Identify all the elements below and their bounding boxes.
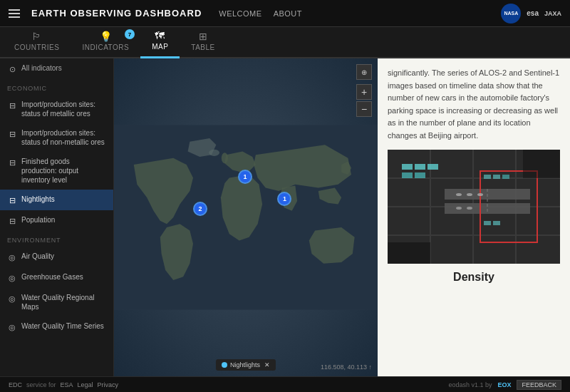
map-dot-2[interactable]: 1	[238, 170, 252, 184]
svg-rect-24	[484, 221, 491, 225]
satellite-image	[388, 150, 560, 264]
sidebar-item-import-nonmetallic[interactable]: ⊟ Import/production sites: status of non…	[0, 123, 113, 152]
map-dot-1[interactable]: 2	[193, 202, 207, 216]
hamburger-menu-icon[interactable]	[9, 9, 20, 18]
indicators-icon: 💡	[100, 31, 113, 42]
import-nonmetallic-icon: ⊟	[7, 129, 17, 139]
right-panel: significantly. The series of ALOS-2 and …	[378, 58, 570, 376]
air-quality-icon: ◎	[7, 252, 17, 262]
tag-dot	[222, 362, 227, 368]
all-indicators-item[interactable]: ⊙ All indicators	[0, 58, 113, 79]
svg-rect-26	[388, 242, 430, 264]
main-layout: ⊙ All indicators ECONOMIC ⊟ Import/produ…	[0, 58, 570, 376]
svg-point-3	[222, 153, 228, 163]
sidebar-item-import-metallic[interactable]: ⊟ Import/production sites: status of met…	[0, 95, 113, 123]
sidebar-item-population[interactable]: ⊟ Population	[0, 210, 113, 231]
svg-rect-22	[493, 175, 500, 179]
footer: EDC service for ESA Legal Privacy eodash…	[0, 376, 570, 392]
nasa-logo: NASA	[501, 4, 521, 24]
tab-indicators[interactable]: 💡 INDICATORS 7	[71, 26, 140, 57]
svg-point-30	[477, 193, 483, 196]
svg-rect-18	[402, 172, 413, 178]
esa-logo: esa	[527, 9, 539, 17]
svg-rect-23	[502, 175, 509, 179]
nav-links: WELCOME ABOUT	[219, 9, 302, 18]
svg-rect-15	[402, 164, 413, 170]
map-icon: 🗺	[155, 30, 165, 41]
sidebar-item-nightlights[interactable]: ⊟ Nightlights	[0, 190, 113, 210]
svg-rect-27	[523, 150, 560, 178]
tab-countries[interactable]: 🏳 COUNTRIES	[3, 26, 71, 57]
world-map-svg	[114, 58, 378, 376]
map-controls: ⊕ + −	[356, 64, 372, 117]
svg-rect-19	[415, 172, 425, 178]
map-background: 2 1 1	[114, 58, 378, 376]
esa-footer-link[interactable]: ESA	[61, 381, 73, 388]
eodash-label: eodash v1.1 by	[448, 381, 492, 388]
population-icon: ⊟	[7, 216, 17, 226]
satellite-svg	[388, 150, 560, 264]
svg-rect-16	[415, 164, 425, 170]
sidebar-item-greenhouse[interactable]: ◎ Greenhouse Gases	[0, 267, 113, 288]
sidebar-item-water-time[interactable]: ◎ Water Quality Time Series	[0, 316, 113, 337]
svg-rect-25	[493, 221, 500, 225]
welcome-link[interactable]: WELCOME	[219, 9, 261, 18]
map-container[interactable]: 2 1 1 ⊕ + − Nightlights ✕ 116.508, 40.11…	[114, 58, 378, 376]
density-label: Density	[388, 271, 560, 284]
app-title: EARTH OBSERVING DASHBOARD	[31, 8, 202, 19]
tab-bar: 🏳 COUNTRIES 💡 INDICATORS 7 🗺 MAP ⊞ TABLE	[0, 27, 570, 58]
zoom-out-button[interactable]: −	[356, 101, 372, 117]
right-panel-description: significantly. The series of ALOS-2 and …	[388, 67, 560, 143]
legal-link[interactable]: Legal	[78, 381, 93, 388]
about-link[interactable]: ABOUT	[274, 9, 302, 18]
zoom-in-button[interactable]: +	[356, 84, 372, 100]
water-time-icon: ◎	[7, 322, 17, 332]
footer-right: eodash v1.1 by EOX FEEDBACK	[448, 380, 561, 390]
tab-map[interactable]: 🗺 MAP	[140, 26, 180, 58]
svg-point-2	[209, 150, 219, 156]
all-indicators-icon: ⊙	[7, 64, 17, 74]
svg-rect-21	[484, 175, 491, 179]
feedback-button[interactable]: FEEDBACK	[517, 380, 561, 390]
satellite-image-background	[388, 150, 560, 264]
map-coordinates: 116.508, 40.113 ↑	[321, 363, 372, 371]
table-icon: ⊞	[199, 31, 208, 42]
sidebar: ⊙ All indicators ECONOMIC ⊟ Import/produ…	[0, 58, 114, 376]
svg-rect-17	[428, 164, 438, 170]
economic-section-label: ECONOMIC	[0, 79, 113, 95]
tag-close-icon[interactable]: ✕	[264, 361, 270, 368]
jaxa-logo: JAXA	[544, 10, 561, 17]
privacy-link[interactable]: Privacy	[98, 381, 119, 388]
finished-goods-icon: ⊟	[7, 158, 17, 167]
footer-links: EDC service for ESA Legal Privacy	[9, 381, 118, 388]
environment-section-label: ENVIRONMENT	[0, 231, 113, 247]
indicators-badge: 7	[125, 29, 135, 39]
agency-logos: NASA esa JAXA	[501, 4, 561, 24]
greenhouse-icon: ◎	[7, 273, 17, 283]
svg-point-31	[456, 207, 462, 210]
countries-icon: 🏳	[31, 31, 42, 42]
water-regional-icon: ◎	[7, 294, 17, 304]
layers-button[interactable]: ⊕	[356, 64, 372, 80]
nightlights-icon: ⊟	[7, 195, 17, 205]
edc-label[interactable]: EDC	[9, 381, 22, 388]
sidebar-item-finished-goods[interactable]: ⊟ Finished goods production: output inve…	[0, 152, 113, 190]
svg-point-29	[467, 193, 472, 196]
eox-label: EOX	[497, 381, 511, 388]
top-navigation: EARTH OBSERVING DASHBOARD WELCOME ABOUT …	[0, 0, 570, 27]
import-metallic-icon: ⊟	[7, 100, 17, 110]
service-label: service for	[26, 381, 56, 388]
tab-table[interactable]: ⊞ TABLE	[180, 26, 226, 57]
svg-point-28	[456, 193, 462, 196]
svg-point-32	[467, 207, 472, 210]
map-layer-tag: Nightlights ✕	[216, 359, 276, 371]
sidebar-item-water-regional[interactable]: ◎ Water Quality Regional Maps	[0, 288, 113, 316]
sidebar-item-air-quality[interactable]: ◎ Air Quality	[0, 247, 113, 267]
